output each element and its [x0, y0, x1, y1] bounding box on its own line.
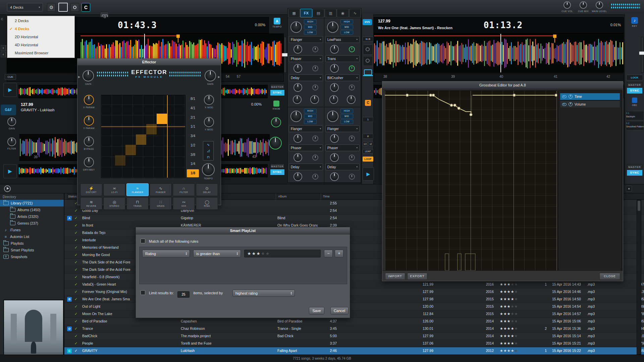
- eye-icon[interactable]: [562, 95, 567, 98]
- deck-c-tab[interactable]: C: [1, 17, 5, 21]
- effector-gain-right-knob[interactable]: GAIN: [203, 70, 218, 85]
- rating-stars[interactable]: ★★★★★: [500, 281, 528, 288]
- fx-param-knob[interactable]: [330, 134, 339, 143]
- main-level-knob[interactable]: [596, 1, 603, 9]
- input-select[interactable]: In.B: [363, 37, 373, 42]
- import-button[interactable]: IMPORT: [385, 273, 405, 280]
- band-high-button[interactable]: HIGH: [304, 19, 317, 24]
- fx-effect-selector[interactable]: Delay▾: [325, 164, 360, 170]
- settings-button[interactable]: ⚙: [47, 3, 56, 12]
- rating-stars[interactable]: ★★★★★: [500, 318, 528, 325]
- fx-param-knob[interactable]: [293, 64, 302, 73]
- leap-button[interactable]: LEAP: [363, 149, 373, 154]
- fx-param-knob[interactable]: [329, 95, 338, 104]
- fx-rack-tab-mixer[interactable]: ▥: [325, 9, 336, 17]
- column-time[interactable]: Time: [321, 193, 346, 200]
- deck-a-master-badge[interactable]: MASTER: [270, 84, 284, 89]
- browser-close-button[interactable]: ✕: [626, 186, 632, 192]
- effect-button-flanger[interactable]: ≈FLANGER: [126, 183, 149, 196]
- beat-division-3-4[interactable]: 3/4: [187, 132, 199, 140]
- sidebar-item-genres-237[interactable]: Genres (237): [0, 220, 64, 227]
- fx-param-knob[interactable]: [293, 134, 302, 143]
- fx-param-knob[interactable]: [330, 172, 339, 181]
- effect-button-stereo[interactable]: ◎STEREO: [103, 197, 125, 210]
- fx-param-knob[interactable]: [293, 172, 302, 181]
- beat-division-1-1[interactable]: 1/1: [187, 123, 199, 131]
- track-row[interactable]: D✓TranceChaz RobinsonTrance - Single3:45…: [64, 325, 644, 333]
- fx-effect-selector[interactable]: Delay▾: [289, 164, 323, 170]
- fx-effect-selector[interactable]: LowPass▾: [325, 36, 360, 43]
- cue-vol-knob[interactable]: [564, 1, 571, 9]
- fx-power-button[interactable]: [312, 174, 318, 180]
- deck-c-play-button[interactable]: ▶: [3, 164, 17, 178]
- beat-division-1-2[interactable]: 1/2: [187, 141, 199, 149]
- turntable-icon[interactable]: [363, 56, 373, 66]
- fx-effect-selector[interactable]: Phaser▾: [325, 144, 360, 151]
- smart-playlist-titlebar[interactable]: Smart PlayList: [136, 227, 350, 234]
- fx-power-button[interactable]: [349, 65, 355, 71]
- fx-amount-knob[interactable]: [290, 21, 302, 33]
- mod-shape-selector[interactable]: ∿◿⊓: [203, 141, 214, 161]
- fx-param-knob[interactable]: [347, 95, 356, 104]
- effector-titlebar[interactable]: Effector: [77, 59, 221, 66]
- band-mid-button[interactable]: MID: [304, 114, 317, 119]
- key-badge[interactable]: ♪ KEY: [628, 17, 642, 27]
- deck-c-macro-knob-1[interactable]: [271, 117, 281, 128]
- deck-d-master-badge[interactable]: MASTER: [627, 164, 642, 169]
- fx-power-button[interactable]: [349, 46, 355, 52]
- fx-rack-tab-slip[interactable]: ◉: [337, 9, 348, 17]
- beat-division-1-4[interactable]: 1/4: [187, 160, 199, 168]
- rating-stars[interactable]: ★★★★★: [500, 325, 528, 332]
- fx-power-button[interactable]: [349, 155, 355, 161]
- save-button[interactable]: Save: [309, 307, 324, 314]
- rule-operator-select[interactable]: is greater than: [193, 250, 241, 257]
- deck-b-sync-button[interactable]: SYNC: [627, 88, 642, 94]
- hotcue-button-3[interactable]: 3: [1, 45, 6, 51]
- view-menu-item-2d-horizontal[interactable]: 2D Horizontal: [7, 33, 74, 41]
- grossbeat-layer-time[interactable]: Time: [560, 93, 620, 100]
- deck-b-cue-marker[interactable]: [553, 35, 556, 38]
- effect-button-phaser[interactable]: ∿PHASER: [150, 183, 172, 196]
- rating-stars[interactable]: ★★★★★: [500, 310, 528, 317]
- deck-c-knob-badge[interactable]: KNOB: [268, 101, 284, 110]
- view-menu-item-maximized-browser[interactable]: Maximized Browser: [7, 49, 74, 57]
- effector-knob-x-mod[interactable]: X MOD: [200, 95, 218, 109]
- rule-field-select[interactable]: Rating: [142, 250, 190, 257]
- deck-c-gain-knob[interactable]: GAIN: [4, 117, 19, 130]
- beat-division-4-1[interactable]: 4/1: [187, 104, 199, 112]
- effect-button-delay[interactable]: ⊙DELAY: [196, 183, 218, 196]
- effect-button-grain[interactable]: ∷GRAIN: [150, 197, 172, 210]
- fx-param-knob[interactable]: [330, 153, 339, 162]
- view-menu-item-2-decks[interactable]: 2 Decks: [7, 17, 74, 25]
- rating-stars[interactable]: ★★★★★: [500, 288, 528, 295]
- effector-knob-y-param[interactable]: Y PARAM: [80, 116, 98, 129]
- record-button[interactable]: [70, 3, 79, 12]
- sidebar-item-artists-2320[interactable]: Artists (2320): [0, 213, 64, 220]
- track-row[interactable]: ✓BadChickThe.madpix.projectBad Chick5:00…: [64, 333, 644, 340]
- deck-b-master-badge[interactable]: MASTER: [627, 82, 642, 87]
- band-low-button[interactable]: LOW: [340, 119, 353, 124]
- track-row[interactable]: ✓Bird of ParadiseCapashenBird of Paradis…: [64, 318, 644, 325]
- effect-button-ring[interactable]: ◯RING: [196, 197, 218, 210]
- effector-xy-pad[interactable]: [101, 95, 185, 178]
- fx-effect-selector[interactable]: Trans▾: [325, 55, 360, 62]
- power-icon[interactable]: [569, 95, 573, 99]
- fx-effect-selector[interactable]: Phaser▾: [289, 55, 323, 62]
- fx-effect-selector[interactable]: Flanger▾: [289, 125, 323, 132]
- grossbeat-titlebar[interactable]: Grossbeat Editor for pad A.8: [382, 81, 623, 89]
- sidebar-item-library-7721[interactable]: Library (7721): [0, 200, 64, 206]
- scrollbar-thumb[interactable]: [638, 201, 640, 211]
- effector-knob-bypass[interactable]: BYPASS: [80, 136, 98, 150]
- deck-a-play-button[interactable]: ▶: [3, 83, 17, 97]
- rating-stars[interactable]: ★★★★★: [500, 303, 528, 310]
- loop-double-button[interactable]: x2: [368, 142, 373, 146]
- arrow-right-icon[interactable]: ▶: [78, 75, 80, 78]
- track-row[interactable]: ✓PeopleTorelli and the Fuse3:37137.06201…: [64, 340, 644, 347]
- export-button[interactable]: EXPORT: [407, 273, 427, 280]
- monitor-knob-cue-mix[interactable]: CUE MIX: [576, 1, 591, 12]
- beat-division-8-1[interactable]: 8/1: [187, 95, 199, 103]
- turntable-icon[interactable]: [363, 45, 373, 55]
- loop-button[interactable]: LOOP: [363, 157, 373, 162]
- sidebar-item-snapshots[interactable]: Snapshots: [0, 253, 64, 260]
- fx-power-button[interactable]: [349, 84, 355, 90]
